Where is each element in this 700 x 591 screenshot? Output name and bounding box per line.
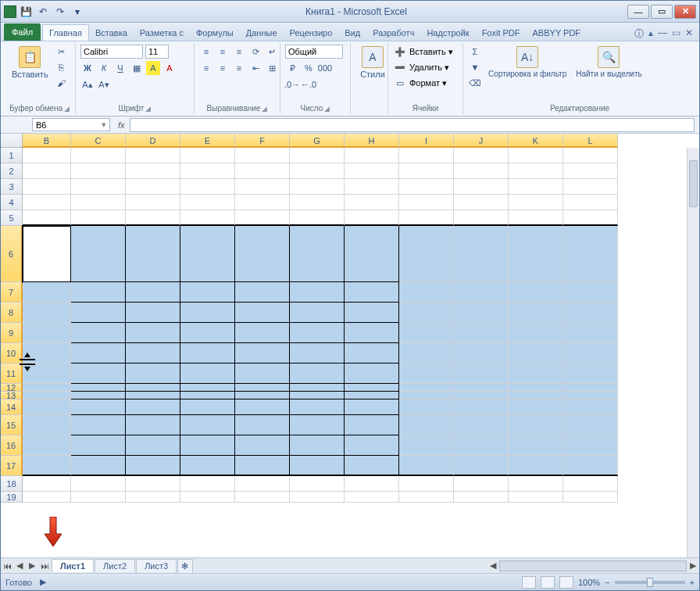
cell-I10[interactable] xyxy=(399,343,454,364)
qat-customize[interactable]: ▾ xyxy=(70,4,85,20)
cell-C17[interactable] xyxy=(71,456,126,476)
zoom-slider-thumb[interactable] xyxy=(647,578,653,587)
underline-button[interactable]: Ч xyxy=(113,61,127,75)
cell-E16[interactable] xyxy=(180,435,235,456)
hscroll-right[interactable]: ▶ xyxy=(687,561,699,571)
cell-D16[interactable] xyxy=(126,435,180,456)
column-header-H[interactable]: H xyxy=(345,134,399,148)
column-header-F[interactable]: F xyxy=(235,134,290,148)
cell-K2[interactable] xyxy=(509,163,563,179)
tab-home[interactable]: Главная xyxy=(42,24,89,41)
decrease-indent-icon[interactable]: ⇤ xyxy=(248,61,262,75)
namebox-dropdown-icon[interactable]: ▾ xyxy=(102,120,106,130)
cell-E8[interactable] xyxy=(180,303,235,323)
cell-G15[interactable] xyxy=(290,415,345,435)
cell-F18[interactable] xyxy=(235,476,290,492)
cell-H12[interactable] xyxy=(345,384,399,392)
cell-H15[interactable] xyxy=(345,415,399,435)
tab-addins[interactable]: Надстройк xyxy=(420,25,475,41)
fill-icon[interactable]: ▼ xyxy=(468,60,482,74)
cell-C13[interactable] xyxy=(71,392,126,399)
cell-B1[interactable] xyxy=(23,148,71,163)
row-header-16[interactable]: 16 xyxy=(1,435,23,456)
macro-record-icon[interactable]: ▶ xyxy=(40,577,46,587)
cell-G2[interactable] xyxy=(290,163,345,179)
cell-L9[interactable] xyxy=(563,323,618,343)
cell-L14[interactable] xyxy=(563,399,618,415)
cell-B11[interactable] xyxy=(23,364,71,384)
cell-B13[interactable] xyxy=(23,392,71,399)
cell-D13[interactable] xyxy=(126,392,180,399)
cell-C19[interactable] xyxy=(71,492,126,503)
cell-G14[interactable] xyxy=(290,399,345,415)
cell-H7[interactable] xyxy=(345,282,399,303)
cell-K13[interactable] xyxy=(509,392,563,399)
column-header-B[interactable]: B xyxy=(23,134,71,148)
cell-D1[interactable] xyxy=(126,148,180,163)
sheet-tab-2[interactable]: Лист2 xyxy=(95,559,135,572)
cell-F16[interactable] xyxy=(235,435,290,456)
copy-icon[interactable]: ⎘ xyxy=(55,60,69,74)
cell-J17[interactable] xyxy=(454,456,509,476)
cell-E12[interactable] xyxy=(180,384,235,392)
cell-B18[interactable] xyxy=(23,476,71,492)
cell-L6[interactable] xyxy=(563,226,618,282)
increase-font-icon[interactable]: A▴ xyxy=(80,77,95,91)
cell-C3[interactable] xyxy=(71,179,126,195)
cell-F11[interactable] xyxy=(235,364,290,384)
cell-D11[interactable] xyxy=(126,364,180,384)
tab-nav-first[interactable]: ⏮ xyxy=(1,561,13,571)
cell-E18[interactable] xyxy=(180,476,235,492)
bold-button[interactable]: Ж xyxy=(80,61,95,75)
cell-B6[interactable] xyxy=(23,226,71,282)
cell-C7[interactable] xyxy=(71,282,126,303)
cell-G5[interactable] xyxy=(290,210,345,226)
cell-B2[interactable] xyxy=(23,163,71,179)
cell-C6[interactable] xyxy=(71,226,126,282)
cell-J3[interactable] xyxy=(454,179,509,195)
cell-G12[interactable] xyxy=(290,384,345,392)
cell-B12[interactable] xyxy=(23,384,71,392)
cell-K18[interactable] xyxy=(509,476,563,492)
cell-E17[interactable] xyxy=(180,456,235,476)
hscroll-left[interactable]: ◀ xyxy=(487,561,499,571)
cell-F4[interactable] xyxy=(235,195,290,210)
row-header-7[interactable]: 7 xyxy=(1,282,23,303)
align-left-icon[interactable]: ≡ xyxy=(199,61,213,75)
column-header-D[interactable]: D xyxy=(126,134,180,148)
cell-L3[interactable] xyxy=(563,179,618,195)
cell-I18[interactable] xyxy=(399,476,454,492)
cell-H19[interactable] xyxy=(345,492,399,503)
styles-button[interactable]: A Стили xyxy=(355,45,390,81)
cell-H6[interactable] xyxy=(345,226,399,282)
tab-developer[interactable]: Разработч xyxy=(366,25,420,41)
font-size-input[interactable] xyxy=(145,45,169,59)
cell-K11[interactable] xyxy=(509,364,563,384)
cell-F10[interactable] xyxy=(235,343,290,364)
cell-F19[interactable] xyxy=(235,492,290,503)
cell-B10[interactable] xyxy=(23,343,71,364)
cell-J7[interactable] xyxy=(454,282,509,303)
zoom-level[interactable]: 100% xyxy=(578,578,600,587)
cell-K5[interactable] xyxy=(509,210,563,226)
cell-H1[interactable] xyxy=(345,148,399,163)
cut-icon[interactable]: ✂ xyxy=(55,45,69,59)
cell-I15[interactable] xyxy=(399,415,454,435)
cell-L11[interactable] xyxy=(563,364,618,384)
zoom-slider[interactable] xyxy=(615,581,685,584)
cell-I3[interactable] xyxy=(399,179,454,195)
cell-H2[interactable] xyxy=(345,163,399,179)
cell-D10[interactable] xyxy=(126,343,180,364)
align-center-icon[interactable]: ≡ xyxy=(216,61,230,75)
cell-E6[interactable] xyxy=(180,226,235,282)
cell-C4[interactable] xyxy=(71,195,126,210)
cell-K19[interactable] xyxy=(509,492,563,503)
paste-button[interactable]: 📋 Вставить xyxy=(9,45,52,81)
cell-K8[interactable] xyxy=(509,303,563,323)
cell-K3[interactable] xyxy=(509,179,563,195)
cell-F5[interactable] xyxy=(235,210,290,226)
cell-I14[interactable] xyxy=(399,399,454,415)
cell-B5[interactable] xyxy=(23,210,71,226)
insert-cells-button[interactable]: ➕Вставить▾ xyxy=(393,45,453,59)
row-header-11[interactable]: 11 xyxy=(1,364,23,384)
